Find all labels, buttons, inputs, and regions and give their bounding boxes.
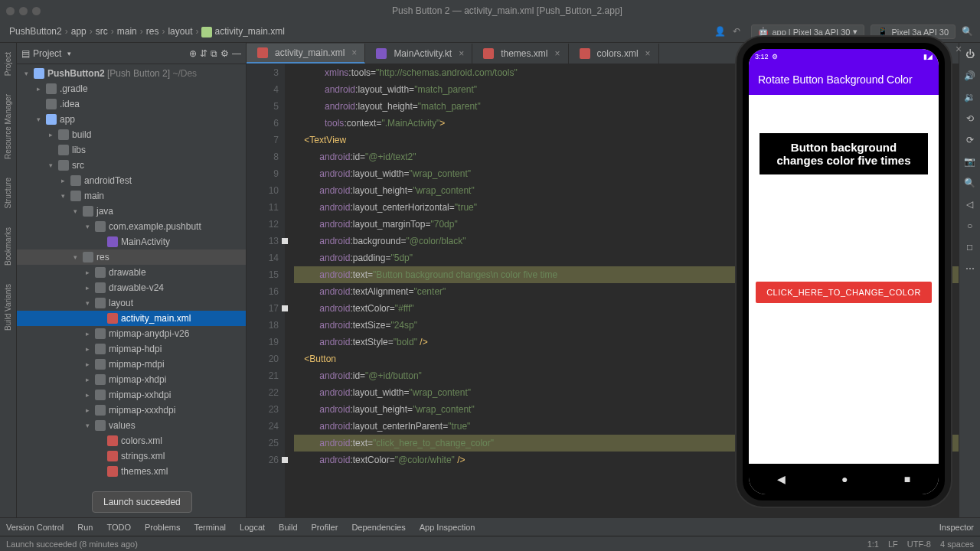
gutter-line[interactable]: 5 xyxy=(247,98,279,115)
tool-bookmarks[interactable]: Bookmarks xyxy=(4,223,12,270)
tree-item[interactable]: ▸mipmap-xhdpi xyxy=(17,372,246,387)
tree-item[interactable]: ▾src xyxy=(17,158,246,173)
gutter-line[interactable]: 23 xyxy=(247,401,279,418)
minimize-window-icon[interactable] xyxy=(19,7,28,15)
gutter-line[interactable]: 6 xyxy=(247,115,279,132)
tree-twisty-icon[interactable]: ▸ xyxy=(83,406,92,414)
maximize-window-icon[interactable] xyxy=(32,7,41,15)
nav-home-icon[interactable]: ● xyxy=(841,473,848,485)
tree-item[interactable]: .idea xyxy=(17,96,246,112)
gutter-line[interactable]: 10 xyxy=(247,182,279,199)
zoom-icon[interactable]: 🔍 xyxy=(964,178,975,188)
tree-twisty-icon[interactable]: ▾ xyxy=(83,223,92,230)
tree-twisty-icon[interactable]: ▸ xyxy=(83,360,92,368)
gutter-line[interactable]: 21 xyxy=(247,367,279,384)
tree-item[interactable]: ▾java xyxy=(17,204,246,219)
gutter-line[interactable]: 12 xyxy=(247,216,279,233)
gutter-line[interactable]: 13 xyxy=(247,233,279,249)
tree-twisty-icon[interactable]: ▸ xyxy=(46,131,55,139)
tree-item[interactable]: ▸.gradle xyxy=(17,81,246,96)
tree-item[interactable]: ▸androidTest xyxy=(17,173,246,188)
tree-twisty-icon[interactable]: ▸ xyxy=(83,376,92,383)
gutter-line[interactable]: 22 xyxy=(247,384,279,401)
close-icon[interactable]: × xyxy=(645,48,651,59)
rotate-right-icon[interactable]: ⟳ xyxy=(966,135,974,145)
bottom-tool-version-control[interactable]: Version Control xyxy=(6,523,64,532)
emulator-screen[interactable]: Button background changes color five tim… xyxy=(749,95,939,464)
gutter-line[interactable]: 20 xyxy=(247,350,279,367)
tree-item[interactable]: ▾res xyxy=(17,249,246,265)
tree-item[interactable]: activity_main.xml xyxy=(17,311,246,326)
encoding[interactable]: UTF-8 xyxy=(907,540,931,549)
gutter-line[interactable]: 17 xyxy=(247,300,279,317)
gutter-line[interactable]: 4 xyxy=(247,81,279,98)
bottom-tool-problems[interactable]: Problems xyxy=(145,523,180,532)
bottom-tool-inspector[interactable]: Inspector xyxy=(939,523,974,532)
breadcrumb-item[interactable]: PushButton2 xyxy=(6,24,65,38)
tree-item[interactable]: ▸mipmap-anydpi-v26 xyxy=(17,326,246,341)
bottom-tool-terminal[interactable]: Terminal xyxy=(194,523,226,532)
bottom-tool-todo[interactable]: TODO xyxy=(106,523,131,532)
window-controls[interactable] xyxy=(6,7,41,15)
tree-twisty-icon[interactable]: ▾ xyxy=(34,116,43,123)
tree-item[interactable]: ▾values xyxy=(17,418,246,433)
gutter-line[interactable]: 9 xyxy=(247,165,279,182)
tree-twisty-icon[interactable]: ▸ xyxy=(83,284,92,292)
tree-item[interactable]: libs xyxy=(17,142,246,158)
gutter-line[interactable]: 24 xyxy=(247,418,279,435)
home-icon[interactable]: ○ xyxy=(967,220,972,231)
close-window-icon[interactable] xyxy=(6,7,15,15)
tree-twisty-icon[interactable]: ▾ xyxy=(46,161,55,169)
power-icon[interactable]: ⏻ xyxy=(965,49,975,60)
tree-twisty-icon[interactable]: ▾ xyxy=(70,207,80,215)
gutter-line[interactable]: 3 xyxy=(247,64,279,81)
tree-root[interactable]: ▾PushButton2 [Push Button 2] ~/Des xyxy=(17,66,246,81)
breadcrumb-item[interactable]: app xyxy=(68,24,90,38)
back-arrow-icon[interactable]: ↶ xyxy=(733,26,745,38)
rotate-left-icon[interactable]: ⟲ xyxy=(966,113,974,124)
search-icon[interactable]: 🔍 xyxy=(962,26,974,38)
tree-twisty-icon[interactable]: ▸ xyxy=(83,391,92,399)
tree-item[interactable]: ▸mipmap-hdpi xyxy=(17,341,246,357)
caret-position[interactable]: 1:1 xyxy=(867,540,879,549)
tree-twisty-icon[interactable]: ▸ xyxy=(83,269,92,276)
nav-back-icon[interactable]: ◀ xyxy=(777,473,786,485)
editor-tab[interactable]: activity_main.xml× xyxy=(247,44,365,64)
breadcrumb-item[interactable]: src xyxy=(93,24,111,38)
emulator-change-color-button[interactable]: CLICK_HERE_TO_CHANGE_COLOR xyxy=(756,282,932,303)
gutter-line[interactable]: 14 xyxy=(247,249,279,266)
tree-twisty-icon[interactable]: ▸ xyxy=(34,85,43,93)
bottom-tool-build[interactable]: Build xyxy=(279,523,297,532)
expand-icon[interactable]: ⇵ xyxy=(200,48,207,59)
volume-down-icon[interactable]: 🔉 xyxy=(964,92,975,103)
bottom-tool-profiler[interactable]: Profiler xyxy=(312,523,338,532)
breadcrumb-item[interactable]: layout xyxy=(165,24,195,38)
volume-up-icon[interactable]: 🔊 xyxy=(964,70,975,81)
tree-item[interactable]: ▸build xyxy=(17,127,246,142)
tree-item[interactable]: ▸mipmap-xxxhdpi xyxy=(17,403,246,418)
user-icon[interactable]: 👤 xyxy=(714,26,727,38)
back-icon[interactable]: ◁ xyxy=(966,199,973,210)
chevron-down-icon[interactable]: ▾ xyxy=(67,50,71,57)
tree-item[interactable]: ▸mipmap-mdpi xyxy=(17,357,246,372)
line-separator[interactable]: LF xyxy=(888,540,898,549)
tree-twisty-icon[interactable]: ▾ xyxy=(70,253,80,261)
editor-tab[interactable]: colors.xml× xyxy=(569,44,659,64)
project-tree[interactable]: ▾PushButton2 [Push Button 2] ~/Des▸.grad… xyxy=(17,64,246,517)
indent[interactable]: 4 spaces xyxy=(940,540,974,549)
gutter-line[interactable]: 16 xyxy=(247,283,279,300)
tree-item[interactable]: MainActivity xyxy=(17,234,246,249)
tree-item[interactable]: ▾layout xyxy=(17,295,246,311)
more-icon[interactable]: ⋯ xyxy=(965,263,975,274)
gutter-line[interactable]: 25 xyxy=(247,435,279,452)
tree-twisty-icon[interactable]: ▾ xyxy=(83,422,92,429)
tool-structure[interactable]: Structure xyxy=(4,173,12,214)
gutter[interactable]: 3456789101112131415161718192021222324252… xyxy=(247,64,285,517)
gutter-line[interactable]: 15 xyxy=(247,266,279,283)
gutter-line[interactable]: 8 xyxy=(247,148,279,165)
tree-twisty-icon[interactable]: ▾ xyxy=(83,299,92,307)
tool-build-variants[interactable]: Build Variants xyxy=(4,279,12,335)
tree-item[interactable]: themes.xml xyxy=(17,464,246,479)
breadcrumb-item[interactable]: main xyxy=(114,24,140,38)
gutter-line[interactable]: 26 xyxy=(247,452,279,468)
